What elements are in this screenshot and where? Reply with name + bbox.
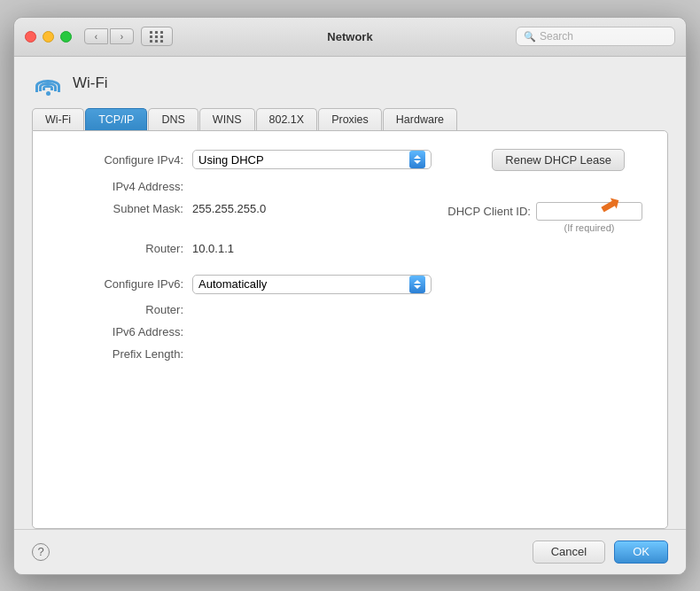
wifi-label: Wi-Fi: [73, 74, 108, 92]
wifi-header: Wi-Fi: [32, 71, 668, 96]
select-arrows-ipv6-icon: [409, 276, 425, 293]
close-button[interactable]: [25, 31, 36, 43]
tab-hardware[interactable]: Hardware: [383, 108, 457, 130]
minimize-button[interactable]: [43, 31, 54, 43]
bottom-buttons: Cancel OK: [533, 540, 668, 564]
configure-ipv6-value: Automatically: [198, 277, 267, 291]
nav-buttons: ‹ ›: [84, 28, 134, 44]
network-window: ‹ › Network 🔍 Search Wi-Fi: [13, 17, 687, 575]
prefix-length-row: Prefix Length:: [51, 347, 649, 361]
select-arrows-icon: [409, 151, 425, 168]
ok-button[interactable]: OK: [614, 540, 668, 564]
tab-8021x[interactable]: 802.1X: [256, 108, 318, 130]
configure-ipv4-value: Using DHCP: [198, 153, 264, 167]
titlebar: ‹ › Network 🔍 Search: [14, 18, 686, 57]
router-row: Router: 10.0.1.1: [51, 242, 649, 255]
search-box[interactable]: 🔍 Search: [516, 27, 675, 46]
prefix-length-label: Prefix Length:: [51, 347, 192, 361]
configure-ipv4-row: Configure IPv4: Using DHCP Renew DHCP Le…: [51, 149, 649, 171]
back-button[interactable]: ‹: [84, 28, 108, 44]
configure-ipv4-select[interactable]: Using DHCP: [192, 150, 432, 169]
wifi-icon: [32, 71, 64, 96]
ipv6-address-row: IPv6 Address:: [51, 325, 649, 338]
ipv4-address-row: IPv4 Address:: [51, 180, 649, 193]
tcpip-panel: Configure IPv4: Using DHCP Renew DHCP Le…: [32, 130, 668, 529]
configure-ipv6-label: Configure IPv6:: [51, 277, 192, 291]
dhcp-client-id-input[interactable]: [536, 202, 642, 221]
ipv4-address-label: IPv4 Address:: [51, 180, 192, 193]
search-placeholder: Search: [540, 30, 573, 43]
tab-proxies[interactable]: Proxies: [318, 108, 382, 130]
content-area: Wi-Fi Wi-Fi TCP/IP DNS WINS 802.1X Proxi…: [14, 57, 686, 529]
router-label: Router:: [51, 242, 192, 255]
configure-ipv6-row: Configure IPv6: Automatically: [51, 275, 649, 294]
forward-button[interactable]: ›: [110, 28, 134, 44]
subnet-mask-row: Subnet Mask: 255.255.255.0 DHCP Client I…: [51, 202, 649, 233]
cancel-button[interactable]: Cancel: [533, 540, 605, 564]
help-button[interactable]: ?: [32, 543, 50, 561]
configure-ipv6-select[interactable]: Automatically: [192, 275, 432, 294]
grid-button[interactable]: [141, 27, 173, 46]
tab-tcpip[interactable]: TCP/IP: [85, 108, 147, 130]
window-title: Network: [327, 30, 372, 43]
tab-dns[interactable]: DNS: [148, 108, 198, 130]
tab-wins[interactable]: WINS: [199, 108, 255, 130]
dhcp-client-id-label: DHCP Client ID:: [447, 205, 531, 218]
bottom-bar: ? Cancel OK: [14, 529, 686, 574]
subnet-mask-label: Subnet Mask:: [51, 202, 192, 215]
tab-wifi[interactable]: Wi-Fi: [32, 108, 84, 130]
router-value: 10.0.1.1: [192, 242, 234, 255]
panel-wrapper: Configure IPv4: Using DHCP Renew DHCP Le…: [32, 130, 668, 529]
ipv6-address-label: IPv6 Address:: [51, 325, 192, 338]
tabs-bar: Wi-Fi TCP/IP DNS WINS 802.1X Proxies Har…: [32, 108, 668, 130]
grid-icon: [150, 31, 164, 43]
dhcp-if-required-label: (If required): [536, 222, 642, 233]
configure-ipv4-label: Configure IPv4:: [51, 153, 192, 167]
dhcp-client-id-row: DHCP Client ID:: [439, 202, 642, 221]
maximize-button[interactable]: [60, 31, 72, 43]
ipv6-router-row: Router:: [51, 303, 649, 316]
traffic-lights: [25, 31, 72, 43]
renew-dhcp-button[interactable]: Renew DHCP Lease: [492, 149, 625, 171]
subnet-mask-value: 255.255.255.0: [192, 202, 266, 215]
search-icon: 🔍: [524, 31, 536, 43]
ipv6-router-label: Router:: [51, 303, 192, 316]
